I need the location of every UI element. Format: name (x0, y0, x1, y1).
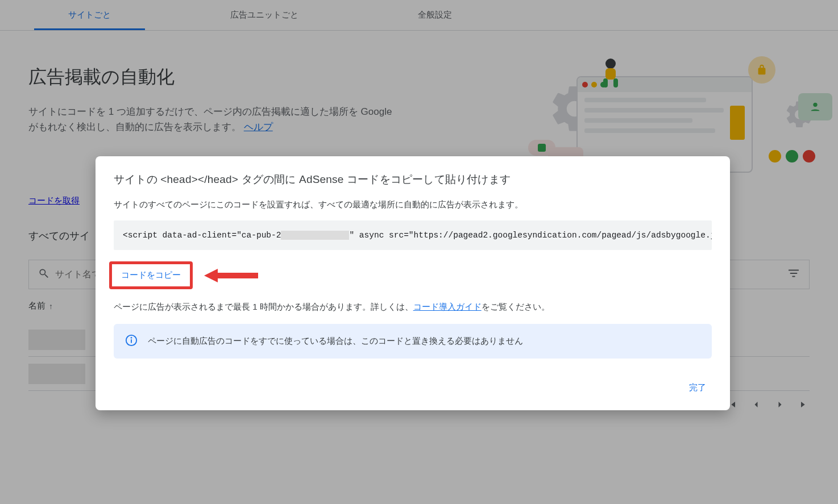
modal-note: ページに広告が表示されるまで最長 1 時間かかる場合があります。詳しくは、コード… (114, 302, 712, 313)
modal-subtitle: サイトのすべてのページにこのコードを設置すれば、すべての最適な場所に自動的に広告… (114, 199, 712, 210)
modal-title: サイトの <head></head> タグの間に AdSense コードをコピー… (114, 172, 712, 187)
annotation-highlight: コードをコピー (109, 261, 193, 289)
annotation-arrow-icon (204, 268, 258, 284)
svg-marker-6 (204, 269, 218, 282)
code-guide-link[interactable]: コード導入ガイド (413, 302, 482, 311)
copy-code-button[interactable]: コードをコピー (114, 265, 188, 285)
code-snippet[interactable]: <script data-ad-client="ca-pub-2" async … (114, 220, 712, 250)
info-icon (125, 334, 138, 348)
redacted-text (281, 231, 349, 240)
code-modal: サイトの <head></head> タグの間に AdSense コードをコピー… (96, 156, 730, 410)
info-banner: ページに自動広告のコードをすでに使っている場合は、このコードと置き換える必要はあ… (114, 324, 712, 359)
done-button[interactable]: 完了 (683, 379, 712, 397)
svg-point-9 (131, 338, 132, 338)
info-text: ページに自動広告のコードをすでに使っている場合は、このコードと置き換える必要はあ… (148, 336, 523, 347)
